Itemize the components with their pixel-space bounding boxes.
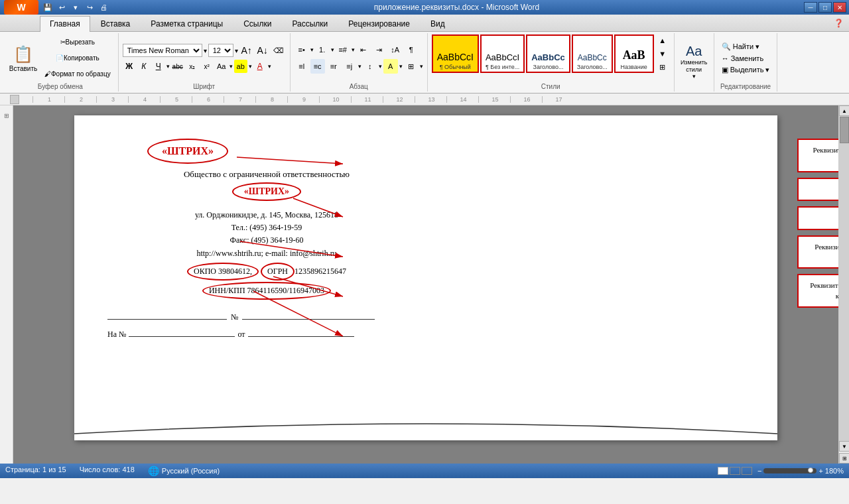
logo-area: «ШТРИХ» xyxy=(147,139,757,164)
undo-dropdown[interactable]: ▾ xyxy=(70,1,82,13)
highlight-button[interactable]: ab xyxy=(234,60,247,73)
underline-button[interactable]: Ч xyxy=(152,60,165,73)
format-painter-button[interactable]: 🖌 Формат по образцу xyxy=(41,67,114,82)
spacing-dropdown[interactable]: ▾ xyxy=(379,63,382,70)
style-normal[interactable]: AaBbCcI ¶ Обычный xyxy=(432,34,479,73)
decrease-indent-button[interactable]: ⇤ xyxy=(356,42,371,57)
style-heading1[interactable]: AaBbCc Заголово... xyxy=(526,34,570,73)
tab-mailings[interactable]: Рассылки xyxy=(282,16,338,31)
replace-button[interactable]: ↔ Заменить xyxy=(718,53,773,64)
scroll-down-button[interactable]: ▼ xyxy=(839,441,849,452)
tab-review[interactable]: Рецензирование xyxy=(338,16,420,31)
paragraph-label: Абзац xyxy=(294,82,423,90)
font-name-select[interactable]: Times New Roman xyxy=(123,44,202,57)
zoom-slider[interactable] xyxy=(763,468,816,473)
styles-down[interactable]: ▼ xyxy=(655,48,670,60)
change-styles-button[interactable]: Аa Изменитьстили ▾ xyxy=(679,42,710,82)
borders-dropdown[interactable]: ▾ xyxy=(420,63,423,70)
justify-button[interactable]: ≡j xyxy=(342,59,357,74)
change-case-button[interactable]: Аа xyxy=(215,60,228,73)
status-bar: Страница: 1 из 15 Число слов: 418 🌐 Русс… xyxy=(0,464,849,478)
increase-font-button[interactable]: A↑ xyxy=(239,43,254,58)
paste-button[interactable]: 📋 Вставить xyxy=(7,37,40,80)
close-button[interactable]: ✕ xyxy=(833,2,846,13)
style-title[interactable]: АаВ Название xyxy=(614,34,654,73)
italic-button[interactable]: К xyxy=(137,60,151,73)
scroll-up-button[interactable]: ▲ xyxy=(839,105,849,116)
save-button[interactable]: 💾 xyxy=(42,1,54,13)
strikethrough-button[interactable]: abc xyxy=(171,60,184,73)
view-print-button[interactable] xyxy=(718,467,752,475)
copy-button[interactable]: 📄 Копировать xyxy=(41,51,114,66)
borders-button[interactable]: ⊞ xyxy=(404,59,419,74)
maximize-button[interactable]: □ xyxy=(818,2,832,13)
styles-group: AaBbCcI ¶ Обычный AaBbCcI ¶ Без инте... … xyxy=(428,33,675,92)
bullets-dropdown[interactable]: ▾ xyxy=(310,46,314,53)
scroll-thumb[interactable] xyxy=(840,117,849,143)
ruler-corner[interactable] xyxy=(10,95,19,104)
font-size-dropdown[interactable]: ▾ xyxy=(235,47,238,54)
document-area[interactable]: «ШТРИХ» Общество с ограниченной ответств… xyxy=(13,105,838,464)
zoom-out-button[interactable]: − xyxy=(757,467,761,475)
bullets-button[interactable]: ≡• xyxy=(294,42,309,57)
style-heading2[interactable]: AaBbCc Заголово... xyxy=(572,34,613,73)
bold-button[interactable]: Ж xyxy=(123,60,136,73)
scroll-track[interactable] xyxy=(839,116,849,441)
help-button[interactable]: ❓ xyxy=(828,16,849,31)
font-name-dropdown[interactable]: ▾ xyxy=(204,47,207,54)
multilevel-dropdown[interactable]: ▾ xyxy=(352,46,355,53)
doc-content: «ШТРИХ» Общество с ограниченной ответств… xyxy=(107,139,757,340)
zoom-level[interactable]: 180% xyxy=(825,467,844,475)
language-status[interactable]: 🌐 Русский (Россия) xyxy=(148,466,220,476)
redo-button[interactable]: ↪ xyxy=(84,1,96,13)
find-button[interactable]: 🔍 Найти ▾ xyxy=(718,41,773,52)
increase-indent-button[interactable]: ⇥ xyxy=(372,42,387,57)
status-right: − + 180% xyxy=(718,467,844,475)
tab-page-layout[interactable]: Разметка страницы xyxy=(141,16,233,31)
cut-button[interactable]: ✂ Вырезать xyxy=(41,35,114,50)
scroll-bottom[interactable]: ⊞ xyxy=(839,453,849,464)
print-button[interactable]: 🖨 xyxy=(98,1,109,13)
underline-dropdown[interactable]: ▾ xyxy=(166,63,170,70)
title-bar: W 💾 ↩ ▾ ↪ 🖨 приложение.реквизиты.docx - … xyxy=(0,0,849,15)
show-marks-button[interactable]: ¶ xyxy=(404,42,419,57)
align-center-button[interactable]: ≡c xyxy=(310,59,325,74)
styles-more[interactable]: ⊞ xyxy=(655,61,670,73)
subscript-button[interactable]: x₂ xyxy=(186,60,199,73)
color-dropdown[interactable]: ▾ xyxy=(268,63,271,70)
multilevel-button[interactable]: ≡# xyxy=(336,42,350,57)
select-button[interactable]: ▣ Выделить ▾ xyxy=(718,64,773,76)
align-dropdown[interactable]: ▾ xyxy=(358,63,361,70)
office-button[interactable]: W xyxy=(4,0,38,15)
superscript-button[interactable]: x² xyxy=(200,60,214,73)
clear-format-button[interactable]: ⌫ xyxy=(271,43,286,58)
page-bottom-decoration xyxy=(74,407,777,440)
zoom-thumb[interactable] xyxy=(808,468,813,473)
style-no-spacing[interactable]: AaBbCcI ¶ Без инте... xyxy=(480,34,525,73)
line-spacing-button[interactable]: ↕ xyxy=(363,59,377,74)
shading-dropdown[interactable]: ▾ xyxy=(399,63,403,70)
font-color-button[interactable]: А xyxy=(253,60,267,73)
window-controls: ─ □ ✕ xyxy=(804,2,846,13)
annotation-3: Реквизит 04: Код организации xyxy=(797,206,838,229)
tab-view[interactable]: Вид xyxy=(421,16,455,31)
zoom-in-button[interactable]: + xyxy=(818,467,822,475)
window-title: приложение.реквизиты.docx - Microsoft Wo… xyxy=(109,3,804,12)
tab-insert[interactable]: Вставка xyxy=(91,16,141,31)
font-size-select[interactable]: 12 xyxy=(208,44,233,57)
align-left-button[interactable]: ≡l xyxy=(294,59,309,74)
highlight-dropdown[interactable]: ▾ xyxy=(249,63,252,70)
numbering-dropdown[interactable]: ▾ xyxy=(331,46,334,53)
align-right-button[interactable]: ≡r xyxy=(326,59,341,74)
styles-up[interactable]: ▲ xyxy=(655,34,670,46)
logo-oval: «ШТРИХ» xyxy=(147,139,228,164)
numbering-button[interactable]: 1. xyxy=(315,42,330,57)
tab-home[interactable]: Главная xyxy=(40,16,90,32)
shading-button[interactable]: A xyxy=(383,59,398,74)
sort-button[interactable]: ↕A xyxy=(388,42,403,57)
decrease-font-button[interactable]: A↓ xyxy=(255,43,270,58)
undo-button[interactable]: ↩ xyxy=(56,1,68,13)
minimize-button[interactable]: ─ xyxy=(804,2,817,13)
tab-references[interactable]: Ссылки xyxy=(233,16,281,31)
case-dropdown[interactable]: ▾ xyxy=(229,63,233,70)
